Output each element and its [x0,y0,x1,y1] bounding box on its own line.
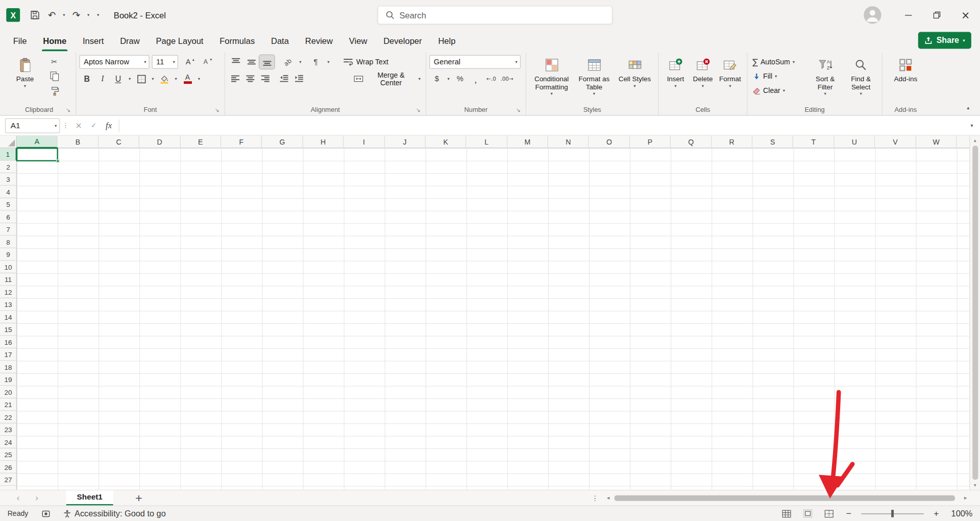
grid-cells[interactable] [17,148,969,490]
row-header[interactable]: 14 [0,311,17,323]
row-header[interactable]: 8 [0,236,17,248]
ribbon-tab[interactable]: Draw [112,30,148,52]
undo-dropdown-icon[interactable]: ▾ [61,12,67,17]
cancel-button[interactable]: × [71,118,86,133]
column-header[interactable]: D [139,136,180,148]
increase-decimal-button[interactable]: ←.0 [484,72,499,86]
fill-button[interactable]: Fill ▾ [751,70,807,82]
page-break-preview-button[interactable] [821,507,836,519]
row-header[interactable]: 24 [0,436,17,448]
column-header[interactable]: F [221,136,262,148]
font-dialog-launcher[interactable]: ↘ [212,106,221,114]
align-left-button[interactable] [228,72,242,86]
page-layout-view-button[interactable] [800,507,815,519]
add-ins-button[interactable]: Add-ins [887,54,924,83]
text-direction-button[interactable]: ¶ [307,55,324,69]
column-header[interactable]: O [589,136,630,148]
column-header[interactable]: B [58,136,99,148]
ribbon-tab[interactable]: Developer [375,30,430,52]
chevron-down-icon[interactable]: ▾ [824,91,826,97]
horizontal-scrollbar-thumb[interactable] [615,495,955,501]
wrap-text-button[interactable]: Wrap Text [341,55,390,69]
restore-button[interactable] [922,0,951,30]
decrease-decimal-button[interactable]: .00→ [499,72,514,86]
accessibility-status[interactable]: Accessibility: Good to go [63,509,166,518]
chevron-down-icon[interactable]: ▾ [729,84,731,89]
cut-button[interactable]: ✂ [47,55,62,69]
ribbon-tab[interactable]: Data [263,30,297,52]
sheet-options-icon[interactable]: ⋮ [587,494,602,502]
search-input[interactable] [399,10,604,19]
ribbon-tab[interactable]: Home [35,30,75,52]
fill-color-button[interactable] [157,72,172,86]
ribbon-tab[interactable]: View [341,30,375,52]
row-header[interactable]: 4 [0,186,17,198]
column-header[interactable]: S [752,136,793,148]
row-header[interactable]: 19 [0,373,17,386]
column-header[interactable]: U [834,136,875,148]
fill-handle[interactable] [56,159,59,162]
increase-indent-button[interactable] [292,72,306,86]
column-header[interactable]: R [712,136,752,148]
chevron-down-icon[interactable]: ▾ [593,91,595,97]
vertical-scrollbar[interactable]: ▴ ▾ [969,136,980,490]
horizontal-scrollbar[interactable]: ◂ ▸ [604,493,970,503]
chevron-down-icon[interactable]: ▾ [633,84,635,89]
italic-button[interactable]: I [95,72,110,86]
row-header[interactable]: 26 [0,461,17,473]
cell-styles-button[interactable]: Cell Styles ▾ [616,54,653,88]
row-header[interactable]: 21 [0,398,17,411]
name-box-resize-handle[interactable]: ⋮ [60,122,71,130]
conditional-formatting-button[interactable]: Conditional Formatting ▾ [531,54,572,97]
chevron-down-icon[interactable]: ▾ [775,74,777,79]
column-header[interactable]: Q [671,136,712,148]
format-painter-button[interactable] [47,84,62,98]
column-header[interactable]: N [548,136,589,148]
column-header[interactable]: W [916,136,957,148]
chevron-down-icon[interactable]: ▾ [550,91,552,97]
sheet-tab[interactable]: Sheet1 [66,490,113,505]
font-color-button[interactable]: A [180,72,195,86]
orientation-dropdown-icon[interactable]: ▾ [297,55,304,69]
record-macro-button[interactable] [38,507,53,519]
column-header[interactable]: P [630,136,671,148]
row-header[interactable]: 2 [0,161,17,173]
decrease-indent-button[interactable] [277,72,291,86]
orientation-button[interactable]: ab [279,55,296,69]
insert-cells-button[interactable]: Insert ▾ [662,54,689,88]
share-button[interactable]: Share ▾ [918,32,971,49]
middle-align-button[interactable] [244,55,259,69]
chevron-down-icon[interactable]: ▾ [793,59,795,64]
zoom-in-button[interactable]: + [930,507,942,519]
row-header[interactable]: 18 [0,361,17,373]
ribbon-tab[interactable]: Page Layout [148,30,212,52]
alignment-dialog-launcher[interactable]: ↘ [414,106,423,114]
clipboard-dialog-launcher[interactable]: ↘ [64,106,72,114]
row-header[interactable]: 28 [0,486,17,489]
column-header[interactable]: I [344,136,385,148]
scroll-left-icon[interactable]: ◂ [604,495,612,501]
row-header[interactable]: 9 [0,248,17,260]
row-header[interactable]: 16 [0,336,17,348]
new-sheet-button[interactable]: + [129,490,148,505]
align-right-button[interactable] [258,72,273,86]
currency-dropdown-icon[interactable]: ▾ [445,72,452,86]
column-header[interactable]: J [385,136,426,148]
column-header[interactable]: C [99,136,139,148]
underline-dropdown-icon[interactable]: ▾ [126,72,133,86]
previous-sheet-icon[interactable]: ‹ [9,490,28,505]
column-header[interactable]: H [303,136,344,148]
zoom-level[interactable]: 100% [949,509,973,518]
number-format-combo[interactable]: General▾ [429,55,521,69]
ribbon-tab[interactable]: File [5,30,35,52]
redo-button[interactable]: ↷ [68,6,84,25]
text-direction-dropdown-icon[interactable]: ▾ [325,55,332,69]
font-size-combo[interactable]: 11▾ [152,55,178,69]
scroll-up-icon[interactable]: ▴ [970,136,980,145]
zoom-out-button[interactable]: − [843,507,855,519]
merge-center-button[interactable]: Merge & Center ▾ [352,72,423,86]
row-header[interactable]: 10 [0,261,17,273]
row-header[interactable]: 23 [0,423,17,436]
column-header[interactable]: L [467,136,507,148]
ribbon-tab[interactable]: Formulas [211,30,263,52]
